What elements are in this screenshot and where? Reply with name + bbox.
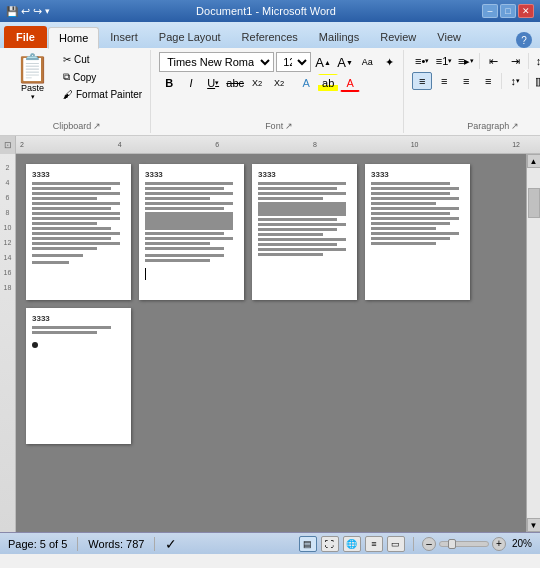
zoom-out-button[interactable]: – — [422, 537, 436, 551]
cut-button[interactable]: ✂ Cut — [59, 52, 146, 67]
zoom-slider-thumb[interactable] — [448, 539, 456, 549]
status-separator-3 — [413, 537, 414, 551]
clipboard-group: 📋 Paste ▾ ✂ Cut ⧉ Copy 🖌 Format Painter — [4, 50, 151, 133]
scroll-track[interactable] — [528, 168, 540, 518]
page-5-number: 3333 — [32, 314, 125, 323]
superscript-button[interactable]: X2 — [269, 74, 289, 92]
underline-button[interactable]: U▾ — [203, 74, 223, 92]
zoom-level: 20% — [512, 538, 532, 549]
ruler-corner[interactable]: ⊡ — [0, 136, 16, 154]
bold-button[interactable]: B — [159, 74, 179, 92]
highlight-button[interactable]: ab — [318, 74, 338, 92]
main-area: 2 4 6 8 10 12 14 16 18 3333 — [0, 154, 540, 532]
line-spacing-button[interactable]: ↕▾ — [505, 72, 525, 90]
title-bar: 💾 ↩ ↪ ▾ Document1 - Microsoft Word – □ ✕ — [0, 0, 540, 22]
scroll-up-button[interactable]: ▲ — [527, 154, 541, 168]
page-info: Page: 5 of 5 — [8, 538, 67, 550]
zoom-control: – + 20% — [422, 537, 532, 551]
sort-button[interactable]: ↕A — [532, 52, 540, 70]
ribbon-content: 📋 Paste ▾ ✂ Cut ⧉ Copy 🖌 Format Painter — [0, 48, 540, 136]
window-controls: – □ ✕ — [482, 4, 534, 18]
tab-file[interactable]: File — [4, 26, 47, 48]
align-center-button[interactable]: ≡ — [434, 72, 454, 90]
close-button[interactable]: ✕ — [518, 4, 534, 18]
clipboard-icons: ✂ Cut ⧉ Copy 🖌 Format Painter — [59, 52, 146, 102]
paste-button[interactable]: 📋 Paste ▾ — [8, 52, 57, 104]
tab-home[interactable]: Home — [48, 27, 99, 49]
font-size-select[interactable]: 12 — [276, 52, 311, 72]
tab-mailings[interactable]: Mailings — [309, 26, 369, 48]
word-count: Words: 787 — [88, 538, 144, 550]
page-4-content — [371, 182, 464, 306]
shading-button[interactable]: ▥▾ — [532, 72, 540, 90]
ruler-marks: 2 4 6 8 10 12 — [16, 141, 524, 148]
full-screen-button[interactable]: ⛶ — [321, 536, 339, 552]
text-effects-button[interactable]: A — [296, 74, 316, 92]
justify-button[interactable]: ≡ — [478, 72, 498, 90]
font-group-label: Font ↗ — [265, 119, 293, 131]
print-layout-button[interactable]: ▤ — [299, 536, 317, 552]
clear-formatting-button[interactable]: ✦ — [379, 53, 399, 71]
minimize-button[interactable]: – — [482, 4, 498, 18]
numbering-button[interactable]: ≡1▾ — [434, 52, 454, 70]
decrease-indent-button[interactable]: ⇤ — [483, 52, 503, 70]
scroll-down-button[interactable]: ▼ — [527, 518, 541, 532]
strikethrough-button[interactable]: abc — [225, 74, 245, 92]
italic-button[interactable]: I — [181, 74, 201, 92]
page-1-number: 3333 — [32, 170, 125, 179]
page-2: 3333 — [139, 164, 244, 300]
clipboard-expand-icon[interactable]: ↗ — [93, 121, 101, 131]
clipboard-group-label: Clipboard ↗ — [53, 119, 102, 131]
page-2-content — [145, 182, 238, 306]
page-1-content — [32, 182, 125, 306]
align-left-button[interactable]: ≡ — [412, 72, 432, 90]
copy-button[interactable]: ⧉ Copy — [59, 69, 146, 85]
page-4: 3333 — [365, 164, 470, 300]
horizontal-ruler: ⊡ 2 4 6 8 10 12 — [0, 136, 540, 154]
change-case-button[interactable]: Aa — [357, 53, 377, 71]
font-expand-icon[interactable]: ↗ — [285, 121, 293, 131]
save-icon[interactable]: 💾 — [6, 6, 18, 17]
align-right-button[interactable]: ≡ — [456, 72, 476, 90]
zoom-slider[interactable] — [439, 541, 489, 547]
document-area[interactable]: 3333 3333 — [16, 154, 526, 532]
grow-font-button[interactable]: A▲ — [313, 53, 333, 71]
proofing-icon[interactable]: ✓ — [165, 536, 177, 552]
font-color-button[interactable]: A — [340, 74, 360, 92]
font-family-select[interactable]: Times New Roman — [159, 52, 274, 72]
draft-button[interactable]: ▭ — [387, 536, 405, 552]
shrink-font-button[interactable]: A▼ — [335, 53, 355, 71]
window-title: Document1 - Microsoft Word — [50, 5, 482, 17]
help-icon[interactable]: ? — [516, 32, 532, 48]
status-separator-1 — [77, 537, 78, 551]
redo-icon[interactable]: ↪ — [33, 5, 42, 18]
tab-page-layout[interactable]: Page Layout — [149, 26, 231, 48]
format-painter-button[interactable]: 🖌 Format Painter — [59, 87, 146, 102]
paste-label: Paste — [21, 83, 44, 93]
status-bar: Page: 5 of 5 Words: 787 ✓ ▤ ⛶ 🌐 ≡ ▭ – + … — [0, 532, 540, 554]
web-layout-button[interactable]: 🌐 — [343, 536, 361, 552]
maximize-button[interactable]: □ — [500, 4, 516, 18]
paragraph-expand-icon[interactable]: ↗ — [511, 121, 519, 131]
increase-indent-button[interactable]: ⇥ — [505, 52, 525, 70]
scroll-thumb[interactable] — [528, 188, 540, 218]
multilevel-list-button[interactable]: ≡▸▾ — [456, 52, 476, 70]
page-2-number: 3333 — [145, 170, 238, 179]
tab-review[interactable]: Review — [370, 26, 426, 48]
tab-references[interactable]: References — [232, 26, 308, 48]
bullets-button[interactable]: ≡•▾ — [412, 52, 432, 70]
vertical-ruler: 2 4 6 8 10 12 14 16 18 — [0, 154, 16, 532]
bullet-point — [32, 342, 38, 348]
tab-insert[interactable]: Insert — [100, 26, 148, 48]
vertical-scrollbar[interactable]: ▲ ▼ — [526, 154, 540, 532]
text-cursor — [145, 268, 146, 280]
outline-button[interactable]: ≡ — [365, 536, 383, 552]
status-separator-2 — [154, 537, 155, 551]
subscript-button[interactable]: X2 — [247, 74, 267, 92]
paintbrush-icon: 🖌 — [63, 89, 73, 100]
page-5-content — [32, 326, 125, 450]
undo-icon[interactable]: ↩ — [21, 5, 30, 18]
zoom-in-button[interactable]: + — [492, 537, 506, 551]
paragraph-group: ≡•▾ ≡1▾ ≡▸▾ ⇤ ⇥ ↕A ¶ ≡ ≡ ≡ ≡ ↕▾ ▥▾ ⊞▾ — [408, 50, 540, 133]
tab-view[interactable]: View — [427, 26, 471, 48]
